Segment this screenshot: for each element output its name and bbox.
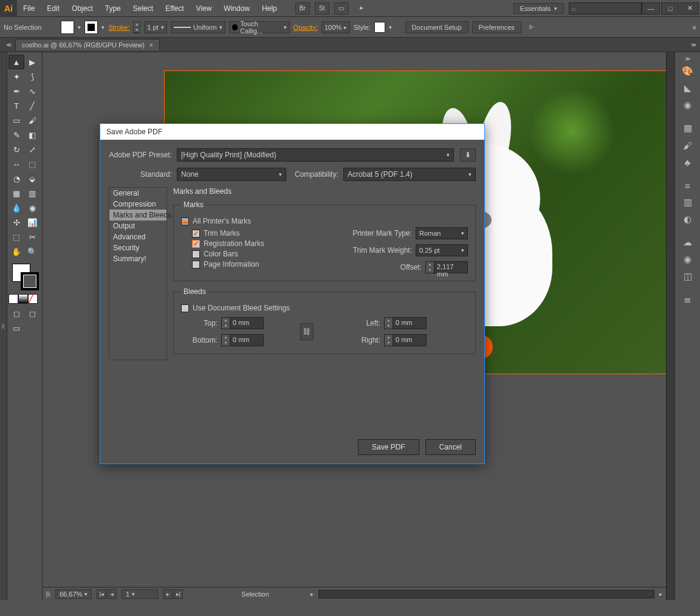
draw-behind[interactable]: ◻ [24, 306, 40, 321]
panel-menu-icon[interactable]: ≡ [693, 24, 696, 31]
menu-window[interactable]: Window [218, 1, 256, 16]
link-bleeds-icon[interactable]: ⛓ [300, 323, 314, 340]
tab-collapse-icon[interactable]: ≫ [691, 42, 696, 48]
eraser-tool[interactable]: ◧ [24, 128, 40, 142]
lasso-tool[interactable]: ⟆ [24, 69, 40, 84]
stroke-panel-icon[interactable]: ≡ [679, 177, 697, 193]
artboard-nav[interactable]: |◂◂ [97, 589, 117, 599]
gradient-panel-icon[interactable]: ▥ [679, 194, 697, 210]
scale-tool[interactable]: ⤢ [24, 142, 40, 157]
slice-tool[interactable]: ✂ [24, 230, 40, 244]
preferences-button[interactable]: Preferences [472, 21, 521, 33]
menu-edit[interactable]: Edit [41, 1, 66, 16]
align-icon[interactable]: ⊩ [525, 21, 540, 33]
arrange-icon[interactable]: ▭ [334, 2, 349, 15]
shape-builder-tool[interactable]: ◔ [9, 171, 24, 186]
fill-swatch[interactable] [61, 21, 74, 34]
rectangle-tool[interactable]: ▭ [9, 113, 24, 128]
selection-tool[interactable]: ▲ [9, 55, 24, 69]
swatches-panel-icon[interactable]: ▦ [679, 120, 697, 136]
registration-marks-checkbox[interactable] [192, 240, 200, 248]
opacity-dropdown[interactable]: 100%▸ [321, 21, 350, 33]
gradient-mode[interactable] [18, 294, 28, 304]
perspective-tool[interactable]: ⬙ [24, 171, 40, 186]
save-pdf-button[interactable]: Save PDF [358, 439, 419, 455]
blend-tool[interactable]: ◉ [24, 200, 40, 215]
symbols-panel-icon[interactable]: ♣ [679, 154, 697, 170]
compat-dropdown[interactable]: Acrobat 5 (PDF 1.4)▾ [343, 168, 476, 181]
save-preset-icon[interactable]: ⬇ [460, 148, 476, 162]
graphic-styles-panel-icon[interactable]: ◫ [679, 269, 697, 284]
direct-selection-tool[interactable]: ▶ [24, 55, 40, 69]
use-doc-bleed-checkbox[interactable] [181, 304, 189, 312]
menu-help[interactable]: Help [256, 1, 283, 16]
sidebar-general[interactable]: General [109, 188, 166, 199]
menu-type[interactable]: Type [99, 1, 127, 16]
menu-object[interactable]: Object [66, 1, 99, 16]
gpu-icon[interactable]: ✦ [354, 2, 368, 15]
tool-dock-grip[interactable]: ≪ [0, 52, 7, 600]
pen-tool[interactable]: ✒ [9, 84, 24, 98]
stroke-stepper[interactable]: ▴▾ [133, 21, 140, 33]
stroke-swatch[interactable] [84, 21, 98, 34]
zoom-tool[interactable]: 🔍 [24, 244, 40, 259]
artboard-tool[interactable]: ⬚ [9, 230, 24, 244]
line-tool[interactable]: ╱ [24, 98, 40, 113]
brush-tool[interactable]: 🖌 [24, 113, 40, 128]
magic-wand-tool[interactable]: ✦ [9, 69, 24, 84]
stroke-weight-dropdown[interactable]: 1 pt▾ [144, 21, 166, 33]
sidebar-security[interactable]: Security [109, 242, 166, 253]
transparency-panel-icon[interactable]: ◐ [679, 211, 697, 227]
gradient-tool[interactable]: ▥ [24, 186, 40, 200]
artboard-page[interactable]: 1▾ [122, 589, 158, 599]
profile-dropdown[interactable]: Uniform▾ [171, 21, 225, 33]
hand-tool[interactable]: ✋ [9, 244, 24, 259]
v-scrollbar[interactable] [666, 52, 674, 600]
pageinfo-checkbox[interactable] [192, 261, 200, 269]
mark-weight-dropdown[interactable]: 0.25 pt▾ [416, 244, 468, 256]
free-transform-tool[interactable]: ⬚ [24, 157, 40, 171]
sidebar-marks-bleeds[interactable]: Marks and Bleeds [109, 210, 166, 221]
sidebar-summary[interactable]: Summary! [109, 253, 166, 264]
colorbars-checkbox[interactable] [192, 250, 200, 258]
stroke-label[interactable]: Stroke: [108, 24, 129, 31]
fill-stroke-control[interactable] [9, 262, 41, 293]
menu-file[interactable]: File [17, 1, 41, 16]
search-input[interactable]: ⌕ [569, 2, 642, 15]
canvas-area[interactable]: Save Adobe PDF Adobe PDF Preset: [High Q… [43, 52, 666, 600]
dock-collapse-icon[interactable]: ≫ [685, 56, 690, 62]
workspace-dropdown[interactable]: Essentials▾ [513, 3, 564, 14]
tab-expand-icon[interactable]: ≪ [6, 42, 12, 48]
standard-dropdown[interactable]: None▾ [177, 168, 286, 181]
minimize-button[interactable]: — [642, 2, 660, 15]
curvature-tool[interactable]: ∿ [24, 84, 40, 98]
opacity-label[interactable]: Opacity: [293, 24, 318, 31]
zoom-dropdown[interactable]: 66,67%▾ [55, 589, 92, 599]
menu-effect[interactable]: Effect [159, 1, 190, 16]
h-scrollbar[interactable] [318, 590, 654, 598]
recolor-icon[interactable]: ◉ [679, 97, 697, 113]
shaper-tool[interactable]: ✎ [9, 128, 24, 142]
document-tab[interactable]: coelho.ai @ 66,67% (RGB/GPU Preview) × [15, 39, 160, 50]
rotate-tool[interactable]: ↻ [9, 142, 24, 157]
close-button[interactable]: ✕ [681, 2, 699, 15]
brush-dropdown[interactable]: Touch Callig...▾ [229, 21, 290, 33]
export-icon[interactable]: ⎘ [46, 590, 50, 598]
draw-normal[interactable]: ◻ [9, 306, 24, 321]
color-panel-icon[interactable]: 🎨 [679, 63, 697, 79]
preset-dropdown[interactable]: [High Quality Print] (Modified)▾ [177, 148, 454, 162]
sidebar-compression[interactable]: Compression [109, 199, 166, 210]
none-mode[interactable]: ╱ [28, 294, 38, 304]
width-tool[interactable]: ↔ [9, 157, 24, 171]
mesh-tool[interactable]: ▦ [9, 186, 24, 200]
offset-input[interactable]: ▴▾2,117 mm [425, 261, 468, 273]
layers-panel-icon[interactable]: ≣ [679, 292, 697, 307]
cancel-button[interactable]: Cancel [425, 439, 476, 455]
bridge-icon[interactable]: Br [295, 2, 310, 15]
document-setup-button[interactable]: Document Setup [405, 21, 468, 33]
artboard-nav-fwd[interactable]: ▸▸| [163, 589, 183, 599]
sidebar-output[interactable]: Output [109, 221, 166, 231]
symbol-sprayer-tool[interactable]: ✣ [9, 215, 24, 230]
color-mode[interactable] [9, 294, 18, 304]
libraries-panel-icon[interactable]: ☁ [679, 234, 697, 250]
